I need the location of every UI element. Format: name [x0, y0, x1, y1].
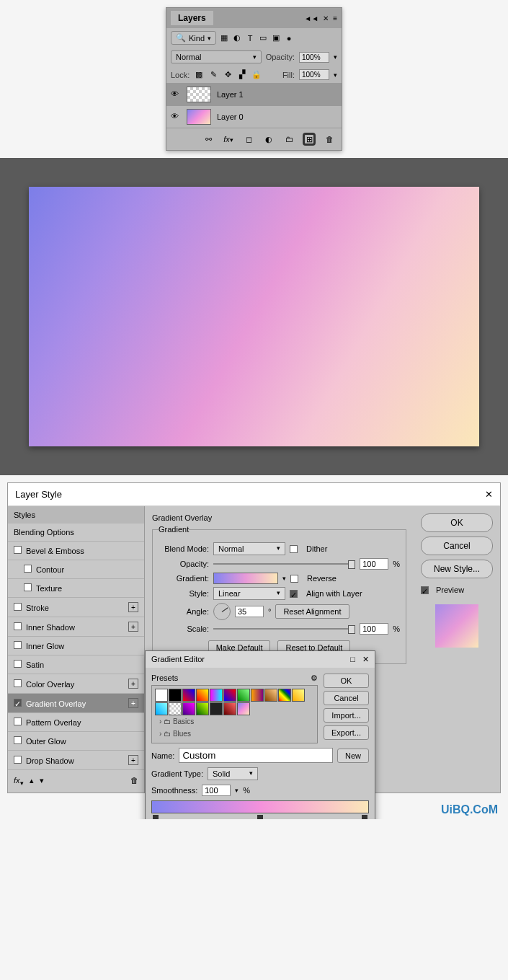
filter-shape-icon[interactable]: ▭	[258, 33, 268, 43]
ok-button[interactable]: OK	[324, 674, 369, 688]
color-stop[interactable]	[257, 815, 263, 819]
import-button[interactable]: Import...	[324, 708, 369, 723]
blending-options[interactable]: Blending Options	[8, 524, 144, 542]
style-item[interactable]: Color Overlay+	[8, 674, 144, 694]
blend-mode-select[interactable]: Normal▾	[213, 542, 285, 555]
maximize-icon[interactable]: □	[350, 655, 355, 663]
preset-swatch[interactable]	[237, 689, 250, 702]
preset-swatch[interactable]	[251, 689, 264, 702]
opacity-input[interactable]: 100%	[299, 52, 329, 63]
style-item[interactable]: Texture	[8, 579, 144, 598]
angle-input[interactable]: 35	[235, 606, 264, 617]
fill-input[interactable]: 100%	[299, 69, 329, 80]
link-icon[interactable]: ⚯	[202, 133, 215, 146]
layer-thumbnail[interactable]	[187, 87, 211, 102]
add-effect-icon[interactable]: +	[128, 755, 138, 765]
name-input[interactable]	[179, 748, 333, 763]
add-effect-icon[interactable]: +	[128, 602, 138, 612]
up-icon[interactable]: ▴	[30, 776, 34, 787]
preview-checkbox[interactable]: ✓	[421, 586, 429, 594]
style-checkbox[interactable]	[14, 641, 22, 649]
trash-icon[interactable]: 🗑	[323, 133, 336, 146]
lock-image-icon[interactable]: ✎	[208, 70, 218, 80]
style-checkbox[interactable]	[24, 583, 32, 591]
preset-swatch[interactable]	[169, 689, 182, 702]
preset-swatch[interactable]	[182, 702, 195, 715]
preset-swatch[interactable]	[169, 702, 182, 715]
angle-dial[interactable]	[213, 603, 231, 620]
preset-swatch[interactable]	[210, 689, 223, 702]
style-checkbox[interactable]	[14, 546, 22, 554]
filter-pixel-icon[interactable]: ▦	[219, 33, 229, 43]
layer-thumbnail[interactable]	[187, 109, 211, 125]
fx-icon[interactable]: fx▾	[14, 776, 24, 787]
align-checkbox[interactable]: ✓	[290, 590, 298, 598]
dither-checkbox[interactable]	[290, 545, 298, 553]
visibility-icon[interactable]: 👁	[171, 112, 181, 122]
styles-header[interactable]: Styles	[8, 506, 144, 524]
style-item[interactable]: ✓Gradient Overlay+	[8, 694, 144, 713]
lock-artboard-icon[interactable]: ▞	[237, 70, 247, 80]
style-checkbox[interactable]	[14, 622, 22, 630]
layer-name[interactable]: Layer 0	[217, 112, 244, 121]
preset-swatch[interactable]	[223, 689, 236, 702]
reverse-checkbox[interactable]	[290, 575, 298, 583]
adjustment-icon[interactable]: ◐	[262, 133, 275, 146]
gear-icon[interactable]: ⚙	[311, 674, 318, 683]
preset-swatch[interactable]	[278, 689, 291, 702]
preset-swatch[interactable]	[237, 702, 250, 715]
style-select[interactable]: Linear▾	[213, 587, 285, 600]
style-item[interactable]: Pattern Overlay	[8, 713, 144, 732]
preset-swatch[interactable]	[196, 689, 209, 702]
preset-swatch[interactable]	[210, 702, 223, 715]
collapse-icon[interactable]: ◄◄	[304, 14, 318, 22]
chevron-down-icon[interactable]: ▾	[334, 53, 337, 61]
preset-swatch[interactable]	[292, 689, 305, 702]
scale-slider[interactable]	[213, 628, 355, 630]
cancel-button[interactable]: Cancel	[421, 537, 493, 555]
group-icon[interactable]: 🗀	[282, 133, 295, 146]
style-checkbox[interactable]	[14, 603, 22, 611]
layer-item[interactable]: 👁 Layer 1	[166, 83, 342, 105]
layer-name[interactable]: Layer 1	[217, 90, 244, 99]
mask-icon[interactable]: ◻	[242, 133, 255, 146]
style-checkbox[interactable]	[14, 679, 22, 687]
style-checkbox[interactable]	[14, 660, 22, 668]
opacity-slider[interactable]	[213, 563, 355, 565]
style-item[interactable]: Drop Shadow+	[8, 751, 144, 770]
style-checkbox[interactable]	[24, 565, 32, 573]
style-item[interactable]: Outer Glow	[8, 732, 144, 751]
style-checkbox[interactable]: ✓	[14, 699, 22, 707]
fx-icon[interactable]: fx▾	[222, 133, 235, 146]
chevron-down-icon[interactable]: ▾	[282, 575, 286, 582]
color-stop[interactable]	[362, 815, 367, 819]
new-layer-icon[interactable]: ⊞	[303, 133, 316, 146]
trash-icon[interactable]: 🗑	[130, 776, 138, 787]
style-item[interactable]: Stroke+	[8, 598, 144, 617]
chevron-down-icon[interactable]: ▾	[235, 787, 239, 794]
scale-input[interactable]: 100	[360, 623, 388, 635]
kind-filter[interactable]: 🔍 Kind ▾	[171, 31, 216, 45]
lock-all-icon[interactable]: 🔒	[251, 70, 262, 80]
style-checkbox[interactable]	[14, 718, 22, 725]
preset-swatch[interactable]	[155, 702, 168, 715]
cancel-button[interactable]: Cancel	[324, 691, 369, 705]
preset-swatch[interactable]	[182, 689, 195, 702]
style-item[interactable]: Inner Glow	[8, 637, 144, 655]
new-button[interactable]: New	[337, 749, 369, 763]
close-icon[interactable]: ✕	[485, 489, 493, 500]
color-stop[interactable]	[153, 815, 159, 819]
preset-swatch[interactable]	[223, 702, 236, 715]
layers-tab[interactable]: Layers	[171, 11, 213, 25]
close-icon[interactable]: ✕	[362, 655, 369, 663]
filter-smart-icon[interactable]: ▣	[271, 33, 281, 43]
preset-folder[interactable]: › 🗀 Basics	[155, 715, 314, 728]
new-style-button[interactable]: New Style...	[421, 560, 493, 578]
preset-swatch[interactable]	[196, 702, 209, 715]
preset-folder[interactable]: › 🗀 Blues	[155, 728, 314, 740]
smoothness-input[interactable]: 100	[202, 785, 231, 796]
gradient-preview[interactable]	[213, 573, 278, 584]
preset-swatch[interactable]	[264, 689, 277, 702]
style-item[interactable]: Satin	[8, 655, 144, 674]
export-button[interactable]: Export...	[324, 725, 369, 740]
